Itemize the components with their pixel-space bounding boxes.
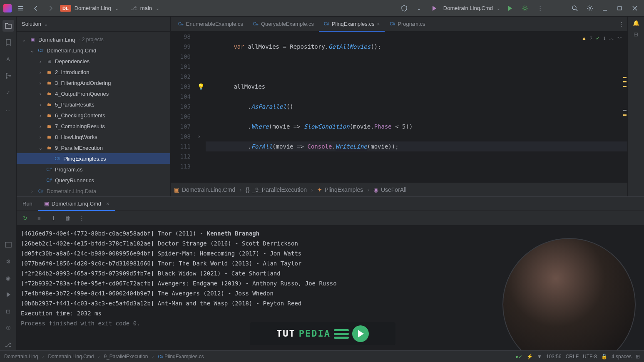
git-tool[interactable] <box>2 70 14 82</box>
more-tools[interactable]: … <box>2 103 14 115</box>
project-name[interactable]: Dometrain.Linq <box>75 5 111 11</box>
vcs-tool[interactable]: ⎇ <box>2 339 14 350</box>
run-tab[interactable]: Run <box>17 197 38 211</box>
chevron-down-icon: ⌄ <box>44 21 48 27</box>
tree-deps[interactable]: › ⊞ Dependencies <box>17 56 170 67</box>
chevron-down-icon[interactable]: ⌄ <box>496 5 501 11</box>
crumb-namespace[interactable]: {}_9_ParallelExecution <box>246 186 307 193</box>
bookmarks-tool[interactable] <box>2 37 14 48</box>
check-icon: ✓ <box>596 33 600 43</box>
inspection-widget[interactable]: ▲7 ✓1 ︿ ﹀ <box>582 33 622 43</box>
crumb-project[interactable]: ▣Dometrain.Linq.Cmd <box>174 186 235 193</box>
run-config-tab[interactable]: ▣Dometrain.Linq.Cmd× <box>38 197 115 211</box>
notifications-tool[interactable]: 🔔 <box>633 20 639 26</box>
warning-icon: ▲ <box>582 33 587 43</box>
crumb-method[interactable]: ◉UseForAll <box>373 186 406 193</box>
tree-project-cmd[interactable]: ⌄ C# Dometrain.Linq.Cmd <box>17 45 170 56</box>
nav-forward[interactable] <box>45 2 57 14</box>
tabs-more[interactable]: ⋮ <box>615 21 627 27</box>
settings-icon[interactable] <box>584 2 596 14</box>
tree-folder[interactable]: ›🖿5_PartialResults <box>17 99 170 110</box>
tree-project-data[interactable]: ›C#Dometrain.Linq.Data <box>17 186 170 196</box>
build-status-icon[interactable]: ●✓ <box>515 354 522 360</box>
breadcrumbs: ▣Dometrain.Linq.Cmd › {}_9_ParallelExecu… <box>171 182 627 196</box>
tree-solution-root[interactable]: ⌄ ▣ Dometrain.Linq · 2 projects <box>17 34 170 45</box>
more-button[interactable]: ⋮ <box>77 213 87 223</box>
status-path[interactable]: Dometrain.Linq <box>4 354 38 360</box>
caret-position[interactable]: 103:56 <box>546 354 562 360</box>
ide-logo-icon <box>3 4 12 12</box>
svg-point-4 <box>6 73 7 74</box>
console-output[interactable]: [4616ed79-40e4-4772-80bd-c0ac9a58adbf] T… <box>17 225 644 350</box>
tree-folder[interactable]: ›🖿6_CheckingContents <box>17 110 170 121</box>
memory-icon[interactable]: ▼ <box>537 354 542 360</box>
nav-back[interactable] <box>30 2 42 14</box>
chevron-down-icon[interactable]: ⌄ <box>155 5 160 11</box>
project-badge: DL <box>60 5 71 12</box>
solution-header[interactable]: Solution ⌄ <box>17 17 170 32</box>
tab-plinq[interactable]: C#PlinqExamples.cs× <box>319 17 385 32</box>
code-editor[interactable]: 98 99 100 101 102 103 104 105 106 107 10… <box>171 32 627 182</box>
run-config-icon[interactable] <box>428 2 440 14</box>
nuget-tool[interactable]: ◉ <box>2 272 14 284</box>
tree-folder[interactable]: ›🖿2_Introduction <box>17 67 170 77</box>
tab-program[interactable]: C#Program.cs <box>385 17 430 32</box>
terminal-tool[interactable]: ① <box>2 322 14 334</box>
readonly-icon[interactable]: 🔓 <box>601 354 607 360</box>
crumb-class[interactable]: ✦PlinqExamples <box>317 186 363 193</box>
stop-button[interactable]: ■ <box>34 213 44 223</box>
close-icon[interactable]: × <box>377 21 380 27</box>
more-actions[interactable]: ⋮ <box>534 2 546 14</box>
database-tool[interactable]: ⊟ <box>634 31 638 37</box>
explorer-tool[interactable] <box>2 20 14 32</box>
titlebar: DL Dometrain.Linq ⌄ ⎇ main ⌄ ⌄ Dometrain… <box>0 0 644 17</box>
code-with-me-icon[interactable] <box>398 2 410 14</box>
tree-folder[interactable]: ⌄🖿9_ParallelExecution <box>17 142 170 153</box>
unit-tests-tool[interactable]: ✓ <box>2 87 14 98</box>
chevron-down-icon[interactable]: ⌄ <box>413 2 425 14</box>
close-window[interactable] <box>629 2 641 14</box>
tree-folder[interactable]: ›🖿3_FilteringAndOrdering <box>17 77 170 88</box>
todo-tool[interactable] <box>2 239 14 250</box>
status-bar: Dometrain.Linq› Dometrain.Linq.Cmd› 9_Pa… <box>0 350 644 362</box>
problems-tool[interactable]: ⚙ <box>2 255 14 267</box>
solution-header-label: Solution <box>22 21 41 27</box>
tree-folder[interactable]: ›🖿8_HowLinqWorks <box>17 131 170 142</box>
minimize-window[interactable] <box>599 2 611 14</box>
restore-window[interactable] <box>614 2 626 14</box>
debug-button[interactable] <box>519 2 531 14</box>
run-toolbar: ↻ ■ ⤓ 🗑 ⋮ <box>17 211 644 225</box>
branch-name[interactable]: main <box>140 5 152 11</box>
run-button[interactable] <box>504 2 516 14</box>
chevron-down-icon[interactable]: ⌄ <box>114 5 119 11</box>
tool-window-layout-icon[interactable]: ⊞ <box>636 354 640 360</box>
power-save-icon[interactable]: ⚡ <box>527 354 533 360</box>
structure-tool[interactable]: A <box>2 53 14 65</box>
tree-folder[interactable]: ›🖿4_OutputFromQueries <box>17 88 170 99</box>
debug-tool[interactable]: ⊡ <box>2 305 14 317</box>
fold-expand-icon[interactable]: › <box>197 131 201 141</box>
rerun-button[interactable]: ↻ <box>20 213 30 223</box>
line-separator[interactable]: CRLF <box>566 354 579 360</box>
tab-enumerable[interactable]: C#EnumerableExample.cs <box>173 17 248 32</box>
bulb-icon[interactable]: 💡 <box>197 82 204 92</box>
indent[interactable]: 4 spaces <box>612 354 632 360</box>
left-tool-strip: A ✓ … ⚙ ◉ ⊡ ① ⎇ <box>0 17 17 350</box>
right-tool-strip: 🔔 ⊟ <box>627 17 644 196</box>
tree-file-qrunner[interactable]: C#QueryRunner.cs <box>17 175 170 186</box>
hamburger-menu[interactable] <box>15 2 27 14</box>
tree-file-program[interactable]: C#Program.cs <box>17 164 170 175</box>
chevron-up-icon: ︿ <box>609 33 614 43</box>
search-icon[interactable] <box>569 2 581 14</box>
svg-point-1 <box>572 6 576 10</box>
encoding[interactable]: UTF-8 <box>583 354 597 360</box>
marker-stripe[interactable] <box>622 32 627 182</box>
run-config-name[interactable]: Dometrain.Linq.Cmd <box>443 5 493 11</box>
run-tool[interactable] <box>2 289 14 300</box>
tree-folder[interactable]: ›🖿7_CombiningResults <box>17 121 170 131</box>
branch-icon[interactable]: ⎇ <box>131 5 137 11</box>
scroll-to-end-button[interactable]: ⤓ <box>48 213 58 223</box>
tree-file-plinq[interactable]: C#PlinqExamples.cs <box>17 153 170 164</box>
tab-queryable[interactable]: C#QueryableExample.cs <box>248 17 319 32</box>
clear-button[interactable]: 🗑 <box>62 213 72 223</box>
